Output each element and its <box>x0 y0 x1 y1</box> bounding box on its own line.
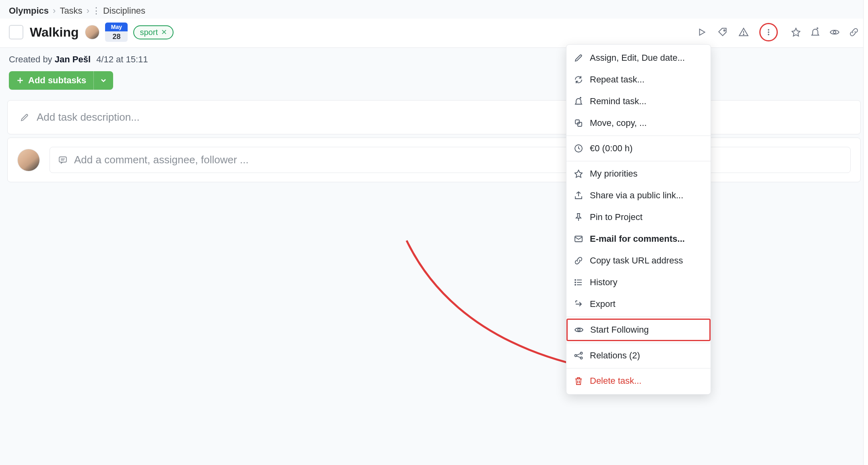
breadcrumb-tasks[interactable]: Tasks <box>60 6 82 16</box>
tag-icon[interactable] <box>717 27 728 37</box>
menu-divider <box>566 343 711 343</box>
svg-point-20 <box>575 280 576 280</box>
svg-point-5 <box>768 34 769 35</box>
reminder-bell-icon[interactable] <box>810 27 820 37</box>
menu-item-cost-time[interactable]: €0 (0:00 h) <box>566 138 711 159</box>
pencil-icon <box>20 113 29 122</box>
svg-point-3 <box>768 29 769 31</box>
breadcrumb-disciplines[interactable]: Disciplines <box>103 6 145 16</box>
meta-time: 4/12 at 15:11 <box>96 54 148 64</box>
menu-item-relations[interactable]: Relations (2) <box>566 345 711 366</box>
menu-label: Relations (2) <box>590 350 640 361</box>
comment-input[interactable]: Add a comment, assignee, follower ... <box>50 147 851 173</box>
svg-point-2 <box>743 34 744 35</box>
svg-line-27 <box>577 354 581 355</box>
eye-icon <box>574 325 584 335</box>
svg-point-23 <box>578 329 580 331</box>
current-user-avatar[interactable] <box>17 149 40 171</box>
menu-item-share-link[interactable]: Share via a public link... <box>566 185 711 206</box>
link-icon[interactable] <box>849 27 859 37</box>
chevron-right-icon: › <box>87 6 89 16</box>
svg-point-22 <box>575 284 576 285</box>
menu-label: €0 (0:00 h) <box>590 143 632 154</box>
mail-icon <box>574 234 583 244</box>
menu-label: Copy task URL address <box>590 255 683 266</box>
task-context-menu: Assign, Edit, Due date... Repeat task...… <box>566 44 711 395</box>
comment-card: Add a comment, assignee, follower ... <box>7 138 861 182</box>
menu-label: E-mail for comments... <box>590 234 685 244</box>
link-icon <box>574 256 583 265</box>
breadcrumb: Olympics › Tasks › ⋮ Disciplines <box>0 0 868 19</box>
meta-author[interactable]: Jan Pešl <box>55 54 91 64</box>
task-complete-checkbox[interactable] <box>9 25 23 39</box>
svg-rect-9 <box>59 157 66 162</box>
tag-remove-icon[interactable]: ✕ <box>161 29 167 36</box>
task-title[interactable]: Walking <box>29 25 79 40</box>
svg-point-4 <box>768 32 769 33</box>
chevron-right-icon: › <box>53 6 56 16</box>
plus-icon <box>16 76 24 84</box>
titlebar-secondary-actions <box>791 27 859 37</box>
due-date-badge[interactable]: May 28 <box>105 23 128 42</box>
menu-item-export[interactable]: Export <box>566 293 711 315</box>
task-titlebar: Walking May 28 sport ✕ <box>0 19 868 48</box>
menu-divider <box>566 368 711 368</box>
due-month: May <box>105 23 128 31</box>
menu-item-repeat[interactable]: Repeat task... <box>566 69 711 91</box>
menu-divider <box>566 136 711 136</box>
menu-item-email-comments[interactable]: E-mail for comments... <box>566 228 711 250</box>
eye-icon[interactable] <box>829 27 840 37</box>
play-icon[interactable] <box>696 27 707 37</box>
add-subtasks-caret[interactable] <box>93 71 113 90</box>
move-copy-icon <box>574 118 583 128</box>
assignee-avatar[interactable] <box>85 25 99 39</box>
menu-label: Pin to Project <box>590 212 643 222</box>
menu-item-my-priorities[interactable]: My priorities <box>566 163 711 185</box>
menu-item-delete[interactable]: Delete task... <box>566 370 711 392</box>
star-icon <box>574 169 583 179</box>
menu-label: Remind task... <box>590 96 647 107</box>
menu-divider <box>566 161 711 161</box>
menu-item-copy-url[interactable]: Copy task URL address <box>566 250 711 272</box>
titlebar-actions <box>696 23 778 41</box>
comment-placeholder: Add a comment, assignee, follower ... <box>74 154 249 166</box>
star-icon[interactable] <box>791 27 801 37</box>
menu-label: My priorities <box>590 169 638 179</box>
menu-label: Delete task... <box>590 376 641 386</box>
menu-item-history[interactable]: History <box>566 272 711 293</box>
due-day: 28 <box>109 31 124 42</box>
menu-item-remind[interactable]: Remind task... <box>566 91 711 112</box>
breadcrumb-more-icon[interactable]: ⋮ <box>93 6 99 16</box>
svg-rect-13 <box>578 122 582 126</box>
list-icon <box>574 278 583 287</box>
upload-icon <box>574 191 583 200</box>
breadcrumb-root[interactable]: Olympics <box>9 6 49 16</box>
add-subtasks-label: Add subtasks <box>28 75 86 86</box>
task-meta: Created by Jan Pešl 4/12 at 15:11 <box>0 48 868 70</box>
relations-icon <box>574 351 583 360</box>
menu-label: Move, copy, ... <box>590 118 647 128</box>
add-subtasks-button[interactable]: Add subtasks <box>9 71 113 90</box>
menu-label: Repeat task... <box>590 74 645 85</box>
tag-sport[interactable]: sport ✕ <box>133 25 173 39</box>
task-description-placeholder: Add task description... <box>37 111 140 123</box>
menu-label: Assign, Edit, Due date... <box>590 53 685 63</box>
menu-item-assign-edit[interactable]: Assign, Edit, Due date... <box>566 47 711 69</box>
chevron-down-icon <box>99 76 107 84</box>
menu-item-move-copy[interactable]: Move, copy, ... <box>566 112 711 134</box>
menu-divider <box>566 317 711 317</box>
menu-item-pin[interactable]: Pin to Project <box>566 206 711 228</box>
alert-triangle-icon[interactable] <box>738 27 749 37</box>
task-description-card[interactable]: Add task description... <box>7 100 861 134</box>
more-menu-button[interactable] <box>759 23 778 41</box>
menu-label: Start Following <box>590 325 649 335</box>
side-sliver <box>863 0 868 465</box>
svg-point-6 <box>833 31 836 34</box>
menu-label: Export <box>590 299 616 309</box>
menu-label: History <box>590 277 617 288</box>
reminder-bell-icon <box>574 97 583 106</box>
menu-label: Share via a public link... <box>590 190 683 201</box>
export-arrow-icon <box>574 299 583 309</box>
tag-label: sport <box>140 28 157 37</box>
menu-item-start-following[interactable]: Start Following <box>566 319 711 341</box>
